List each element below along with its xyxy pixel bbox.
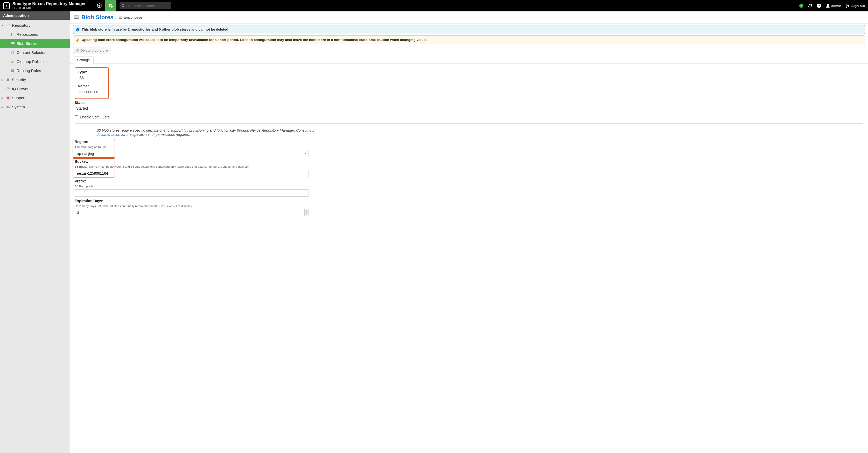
settings-form: Type: S3 Name: tencent-cos State: Starte… bbox=[70, 64, 868, 225]
state-label: State: bbox=[75, 101, 863, 105]
username-label: admin bbox=[832, 4, 841, 8]
info-alert: i This blob store is in use by 2 reposit… bbox=[73, 25, 865, 34]
sidebar-item-label: Repositories bbox=[17, 32, 38, 36]
spinner-up-button[interactable]: ▲ bbox=[305, 209, 309, 213]
search-input[interactable] bbox=[126, 4, 163, 8]
gear-icon bbox=[6, 105, 10, 109]
region-value: ap-nanjing bbox=[77, 152, 94, 156]
help-button[interactable]: ? bbox=[817, 3, 822, 8]
sidebar-group-label: Support bbox=[12, 96, 26, 100]
bucket-help: S3 Bucket Name (must be between 3 and 63… bbox=[75, 165, 863, 168]
route-icon bbox=[10, 69, 15, 73]
expiration-input[interactable] bbox=[75, 209, 304, 216]
svg-line-22 bbox=[7, 98, 7, 99]
delete-blob-store-button[interactable]: Delete blob store bbox=[73, 47, 111, 54]
state-value: Started bbox=[75, 106, 863, 113]
sidebar-item-label: Blob Stores bbox=[17, 41, 37, 45]
type-value: S3 bbox=[78, 76, 106, 83]
sidebar-item-content-selectors[interactable]: Content Selectors bbox=[0, 48, 70, 57]
hard-drive-icon bbox=[74, 15, 79, 20]
warning-alert: ! Updating blob store configuration will… bbox=[73, 35, 865, 44]
user-icon bbox=[826, 3, 830, 8]
iq-icon bbox=[6, 87, 10, 91]
tab-bar: Settings bbox=[70, 56, 868, 64]
shield-icon bbox=[6, 78, 10, 82]
broom-icon bbox=[10, 60, 15, 64]
main-content: Blob Stores / tencent-cos i This blob st… bbox=[70, 11, 868, 453]
bucket-input[interactable] bbox=[75, 170, 309, 177]
name-value: tencent-cos bbox=[78, 90, 106, 96]
type-label: Type: bbox=[78, 70, 106, 74]
prefix-label: Prefix: bbox=[75, 179, 863, 183]
soft-quota-checkbox[interactable] bbox=[75, 115, 78, 119]
product-version: OSS 3.28.1-01 bbox=[12, 6, 86, 10]
admin-mode-button[interactable] bbox=[105, 0, 116, 11]
svg-rect-24 bbox=[74, 15, 79, 18]
chevron-down-icon: ▼ bbox=[2, 24, 5, 27]
sidebar-item-iq-server[interactable]: IQ Server bbox=[0, 84, 70, 93]
expiration-label: Expiration Days: bbox=[75, 199, 863, 203]
signout-button[interactable]: Sign out bbox=[845, 3, 865, 8]
check-circle-icon bbox=[799, 3, 804, 8]
signout-label: Sign out bbox=[851, 4, 865, 8]
sidebar-item-routing-rules[interactable]: Routing Rules bbox=[0, 66, 70, 75]
cube-icon bbox=[97, 3, 102, 8]
tab-settings[interactable]: Settings bbox=[73, 56, 94, 64]
sidebar-group-repository[interactable]: ▼ Repository bbox=[0, 21, 70, 30]
svg-point-13 bbox=[12, 52, 13, 53]
svg-rect-14 bbox=[11, 69, 14, 70]
svg-point-29 bbox=[122, 18, 122, 19]
svg-text:!: ! bbox=[78, 39, 78, 41]
browse-mode-button[interactable] bbox=[94, 0, 105, 11]
sidebar-item-label: IQ Server bbox=[12, 87, 29, 91]
breadcrumb-label: tencent-cos bbox=[124, 15, 143, 20]
signout-icon bbox=[845, 3, 850, 8]
svg-rect-27 bbox=[119, 16, 122, 18]
sidebar-group-support[interactable]: ▶ Support bbox=[0, 93, 70, 102]
health-check-button[interactable] bbox=[799, 3, 804, 8]
hard-drive-icon bbox=[10, 41, 15, 45]
delete-button-label: Delete blob store bbox=[81, 48, 107, 52]
sidebar-item-label: Cleanup Policies bbox=[17, 59, 45, 64]
svg-point-7 bbox=[7, 24, 9, 25]
svg-rect-10 bbox=[11, 44, 14, 45]
prefix-input[interactable] bbox=[75, 189, 309, 197]
user-menu[interactable]: admin bbox=[826, 3, 841, 8]
svg-rect-9 bbox=[11, 42, 14, 44]
sidebar-group-system[interactable]: ▶ System bbox=[0, 102, 70, 111]
sidebar-item-blob-stores[interactable]: Blob Stores bbox=[0, 39, 70, 48]
name-label: Name: bbox=[78, 84, 106, 88]
page-title[interactable]: Blob Stores bbox=[82, 14, 113, 21]
svg-point-5 bbox=[827, 4, 829, 6]
soft-quota-label: Enable Soft Quota bbox=[80, 115, 110, 119]
svg-line-23 bbox=[8, 98, 9, 99]
svg-point-26 bbox=[78, 19, 78, 19]
sidebar-item-repositories[interactable]: Repositories bbox=[0, 30, 70, 39]
divider bbox=[75, 123, 863, 124]
page-header: Blob Stores / tencent-cos bbox=[70, 11, 868, 24]
warning-alert-text: Updating blob store configuration will c… bbox=[82, 38, 428, 42]
svg-line-1 bbox=[124, 6, 124, 7]
svg-point-12 bbox=[11, 51, 14, 54]
region-label: Region: bbox=[75, 140, 863, 144]
search-box[interactable] bbox=[120, 2, 172, 9]
documentation-link[interactable]: documentation bbox=[96, 132, 120, 137]
sidebar-group-label: Security bbox=[12, 77, 26, 82]
admin-sidebar: Administration ▼ Repository Repositories… bbox=[0, 11, 70, 453]
spinner-down-button[interactable]: ▼ bbox=[305, 213, 309, 215]
highlight-type-name: Type: S3 Name: tencent-cos bbox=[75, 67, 109, 99]
region-select[interactable]: ap-nanjing ▼ bbox=[75, 150, 309, 157]
svg-point-8 bbox=[11, 33, 14, 34]
search-icon bbox=[122, 4, 125, 7]
svg-rect-16 bbox=[11, 71, 14, 72]
chevron-right-icon: ▶ bbox=[2, 97, 5, 99]
sidebar-group-security[interactable]: ▶ Security bbox=[0, 75, 70, 84]
breadcrumb-separator: / bbox=[115, 15, 116, 20]
sidebar-item-cleanup-policies[interactable]: Cleanup Policies bbox=[0, 57, 70, 66]
sidebar-item-label: Routing Rules bbox=[17, 68, 41, 73]
refresh-icon bbox=[808, 3, 812, 8]
chevron-right-icon: ▶ bbox=[2, 106, 5, 108]
sidebar-title: Administration bbox=[0, 11, 70, 20]
breadcrumb-current: tencent-cos bbox=[119, 15, 143, 20]
refresh-button[interactable] bbox=[808, 3, 812, 8]
